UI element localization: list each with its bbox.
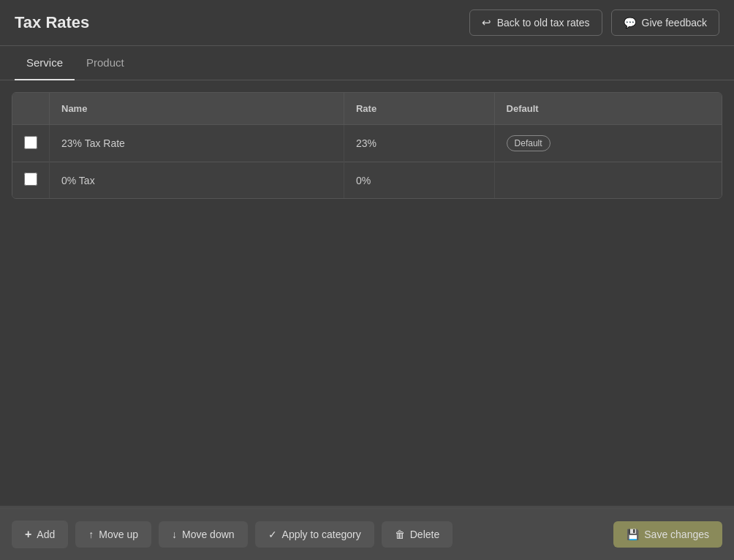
save-changes-button[interactable]: Save changes [613,521,722,548]
delete-label: Delete [410,529,439,540]
move-up-button[interactable]: Move up [75,521,151,548]
row-2-name: 0% Tax [50,162,344,199]
row-1-default: Default [494,125,722,162]
row-2-rate: 0% [344,162,494,199]
arrow-up-icon [88,529,94,540]
tax-rates-table-container: Name Rate Default 23% Tax Rate 23% Defau… [12,92,722,199]
table-header-row: Name Rate Default [12,93,722,125]
give-feedback-button[interactable]: Give feedback [611,10,720,36]
check-icon [268,529,277,540]
feedback-button-label: Give feedback [642,17,708,29]
bottom-toolbar: + Add Move up Move down Apply to categor… [0,507,734,560]
arrow-down-icon [172,529,177,540]
column-header-name: Name [50,93,344,125]
move-up-label: Move up [99,529,138,540]
row-1-name: 23% Tax Rate [50,125,344,162]
column-header-checkbox [12,93,50,125]
row-1-checkbox[interactable] [24,136,37,149]
delete-button[interactable]: Delete [382,521,453,548]
move-down-label: Move down [182,529,235,540]
tabs-container: Service Product [0,46,734,80]
default-badge: Default [507,135,550,151]
back-to-old-tax-rates-button[interactable]: Back to old tax rates [469,10,602,36]
feedback-icon [624,17,636,29]
table-row: 0% Tax 0% [12,162,722,199]
row-2-default [494,162,722,199]
tab-product[interactable]: Product [75,46,136,80]
add-icon: + [25,528,31,541]
back-icon [482,16,491,29]
tax-rates-table: Name Rate Default 23% Tax Rate 23% Defau… [12,93,722,198]
table-row: 23% Tax Rate 23% Default [12,125,722,162]
row-2-checkbox[interactable] [24,173,37,186]
page-header: Tax Rates Back to old tax rates Give fee… [0,0,734,46]
row-2-checkbox-cell [12,162,50,199]
main-content: Name Rate Default 23% Tax Rate 23% Defau… [0,80,734,506]
apply-to-category-label: Apply to category [282,529,361,540]
save-changes-label: Save changes [644,529,709,540]
add-button[interactable]: + Add [12,521,68,548]
apply-to-category-button[interactable]: Apply to category [255,521,374,548]
row-1-rate: 23% [344,125,494,162]
move-down-button[interactable]: Move down [159,521,248,548]
trash-icon [395,529,405,540]
page-title: Tax Rates [15,13,89,32]
row-1-checkbox-cell [12,125,50,162]
tab-service[interactable]: Service [15,46,75,80]
header-actions: Back to old tax rates Give feedback [469,10,719,36]
column-header-rate: Rate [344,93,494,125]
add-button-label: Add [37,529,55,540]
back-button-label: Back to old tax rates [497,17,590,29]
save-icon [627,529,639,540]
column-header-default: Default [494,93,722,125]
